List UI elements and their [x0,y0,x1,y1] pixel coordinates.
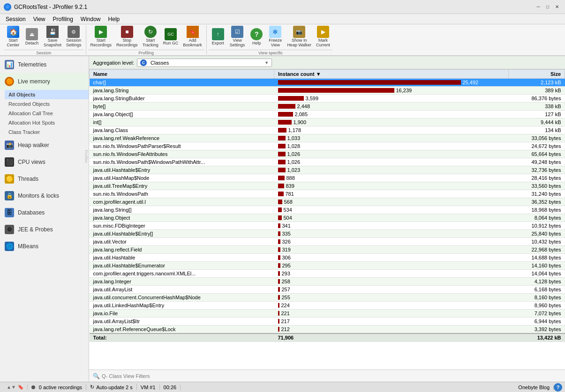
table-row[interactable]: java.util.HashMap$Node 888 28,416 bytes [90,174,565,182]
table-row[interactable]: java.io.File 221 7,072 bytes [90,310,565,318]
aggregation-class-icon: C [140,59,147,66]
table-row[interactable]: byte[] 2,448 338 kB [90,103,565,111]
sidebar-item-live-memory[interactable]: 🟠 Live memory [0,73,89,90]
sidebar-item-threads[interactable]: 🟡 Threads [0,170,89,187]
row-name: java.util.Hashtable$Enumerator [90,262,274,270]
table-row[interactable]: com.jprofiler.agent.triggers.nanoxml.XML… [90,270,565,278]
sidebar: 📊 Telemetries 🟠 Live memory All Objects … [0,56,89,382]
table-row[interactable]: sun.nio.fs.WindowsPathParser$Result 1,02… [90,142,565,150]
app-icon [4,3,11,11]
table-row[interactable]: java.lang.Object 504 8,064 bytes [90,214,565,222]
sidebar-subitem-allocation-hot-spots[interactable]: Allocation Hot Spots [5,118,89,127]
table-row[interactable]: java.util.TreeMap$Entry 839 33,560 bytes [90,182,565,190]
export-button[interactable]: ↑ Export [209,25,227,49]
row-name: java.lang.String [90,87,274,95]
view-settings-button[interactable]: ☑ ViewSettings [227,25,248,49]
table-row[interactable]: java.util.concurrent.ConcurrentHashMap$N… [90,294,565,302]
maximize-button[interactable]: □ [543,3,552,11]
table-row[interactable]: java.lang.StringBuilder 3,599 86,376 byt… [90,95,565,103]
col-name[interactable]: Name [90,70,274,79]
help-button[interactable]: ? Help [247,25,266,49]
freeze-view-button[interactable]: ❄ FreezeView [266,25,285,49]
start-recordings-icon: ▶ [94,26,107,38]
table-row[interactable]: java.util.ArrayList 257 6,168 bytes [90,286,565,294]
start-tracking-button[interactable]: ↻ StartTracking [140,25,161,49]
table-row[interactable]: java.util.Hashtable$Entry 1,023 32,736 b… [90,166,565,174]
row-size: 8,960 bytes [509,302,565,310]
table-row[interactable]: java.lang.ref.ReferenceQueue$Lock 212 3,… [90,325,565,334]
table-row[interactable]: java.lang.ref.WeakReference 1,033 33,056… [90,134,565,142]
sidebar-item-jee-probes[interactable]: ⚙ JEE & Probes [0,221,89,238]
row-name: java.util.Vector [90,238,274,246]
row-count: 1,900 [274,118,509,126]
sidebar-subitem-recorded-objects[interactable]: Recorded Objects [5,99,89,109]
table-row[interactable]: java.lang.Class 1,178 134 kB [90,126,565,134]
run-gc-button[interactable]: GC Run GC [161,25,181,49]
detach-icon: ⏏ [25,28,38,41]
window-title: GCRootsTest - JProfiler 9.2.1 [14,4,534,10]
table-row[interactable]: java.util.LinkedHashMap$Entry 224 8,960 … [90,302,565,310]
row-size: 9,444 kB [509,118,565,126]
table-row[interactable]: java.lang.Object[] 2,085 127 kB [90,111,565,118]
table-row[interactable]: java.lang.Integer 258 4,128 bytes [90,278,565,286]
col-count[interactable]: Instance count ▼ [274,70,509,79]
menu-session[interactable]: Session [2,15,30,23]
sidebar-subitem-class-tracker[interactable]: Class Tracker [5,127,89,137]
mark-current-icon: ▶ [316,26,330,38]
table-row[interactable]: java.util.Hashtable$Enumerator 295 14,16… [90,262,565,270]
table-row[interactable]: java.lang.reflect.Field 319 22,968 bytes [90,246,565,254]
menu-help[interactable]: Help [105,15,124,23]
show-heap-button[interactable]: 📷 Show InHeap Walker [285,25,314,49]
table-row[interactable]: java.lang.String 16,239 389 kB [90,87,565,95]
data-table[interactable]: Name Instance count ▼ Size char[] 25,492… [89,69,565,370]
mark-current-button[interactable]: ▶ MarkCurrent [314,25,332,49]
promo-status: Onebyte Blog [514,385,554,390]
recordings-label: 0 active recordings [39,385,82,390]
table-row[interactable]: char[] 25,492 2,123 kB [90,79,565,87]
session-settings-button[interactable]: ⚙ SessionSettings [64,25,84,49]
sidebar-item-heap-walker[interactable]: 📸 Heap walker [0,137,89,154]
sidebar-subitem-all-objects[interactable]: All Objects [5,90,89,99]
row-count: 839 [274,182,509,190]
row-count: 3,599 [274,95,509,103]
main-area: 📊 Telemetries 🟠 Live memory All Objects … [0,56,565,382]
sidebar-item-mbeans[interactable]: 🌐 MBeans [0,238,89,255]
stop-recordings-button[interactable]: ■ StopRecordings [114,25,140,49]
filter-input[interactable] [102,373,561,379]
table-row[interactable]: com.jprofiler.agent.util.l 568 36,352 by… [90,198,565,206]
aggregation-dropdown[interactable]: C Classes ▼ [137,59,272,67]
table-row[interactable]: sun.nio.fs.WindowsPath$WindowsPathWithAt… [90,158,565,166]
start-tracking-icon: ↻ [144,26,157,38]
minimize-button[interactable]: ─ [534,3,542,11]
table-row[interactable]: int[] 1,900 9,444 kB [90,118,565,126]
help-status-button[interactable]: ? [554,383,562,392]
start-center-button[interactable]: 🏠 StartCenter [4,25,23,49]
row-count: 306 [274,254,509,262]
table-row[interactable]: java.util.Hashtable$Entry[] 335 25,840 b… [90,230,565,238]
detach-button[interactable]: ⏏ Detach [23,25,41,49]
sidebar-subitem-allocation-call-tree[interactable]: Allocation Call Tree [5,109,89,118]
sidebar-item-telemetries[interactable]: 📊 Telemetries [0,56,89,73]
table-row[interactable]: java.util.ArrayList$Itr 217 6,944 bytes [90,318,565,325]
menu-view[interactable]: View [30,15,49,23]
sidebar-item-monitors-locks[interactable]: 🔒 Monitors & locks [0,187,89,204]
table-row[interactable]: java.util.Hashtable 306 14,688 bytes [90,254,565,262]
sidebar-item-databases[interactable]: 🗄 Databases [0,204,89,221]
sidebar-item-cpu-views[interactable]: ⬛ CPU views [0,154,89,170]
close-button[interactable]: ✕ [553,3,561,11]
view-settings-icon: ☑ [231,26,244,38]
add-bookmark-button[interactable]: 🔖 AddBookmark [181,25,204,49]
row-count: 293 [274,270,509,278]
menu-window[interactable]: Window [77,15,105,23]
start-recordings-button[interactable]: ▶ StartRecordings [88,25,114,49]
table-row[interactable]: sun.nio.fs.WindowsPath 781 31,240 bytes [90,190,565,198]
table-row[interactable]: java.lang.String[] 534 18,968 bytes [90,206,565,214]
table-row[interactable]: java.util.Vector 326 10,432 bytes [90,238,565,246]
menu-profiling[interactable]: Profiling [49,15,77,23]
sidebar-label-threads: Threads [18,176,38,182]
save-snapshot-button[interactable]: 💾 SaveSnapshot [41,25,64,49]
table-row[interactable]: sun.misc.FDBigInteger 341 10,912 bytes [90,222,565,230]
table-row[interactable]: sun.nio.fs.WindowsFileAttributes 1,026 6… [90,150,565,158]
row-count: 255 [274,294,509,302]
col-size[interactable]: Size [509,70,565,79]
